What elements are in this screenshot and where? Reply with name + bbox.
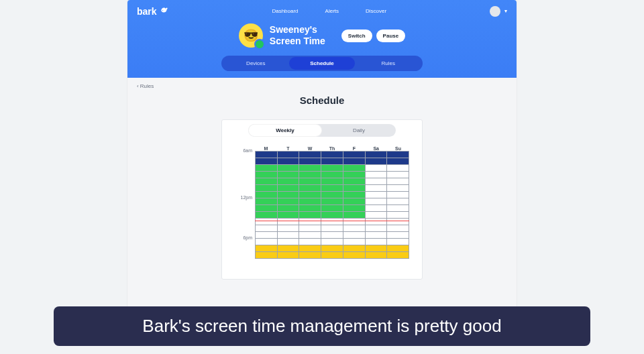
grid-cell[interactable] [278,232,300,239]
grid-cell[interactable] [387,172,409,178]
grid-cell[interactable] [343,219,366,225]
grid-cell[interactable] [343,212,366,219]
grid-cell[interactable] [366,178,388,185]
grid-cell[interactable] [321,252,343,259]
grid-cell[interactable] [278,252,300,259]
grid-cell[interactable] [366,152,388,158]
grid-cell[interactable] [278,245,300,252]
back-link[interactable]: ‹ Rules [137,83,507,89]
grid-cell[interactable] [343,185,366,192]
grid-cell[interactable] [387,158,409,165]
grid-cell[interactable] [387,239,409,245]
grid-cell[interactable] [387,205,409,212]
grid-cell[interactable] [321,185,343,192]
grid-cell[interactable] [387,152,409,158]
tab-schedule[interactable]: Schedule [289,57,356,70]
grid-cell[interactable] [256,219,278,225]
grid-cell[interactable] [256,252,278,259]
tab-rules[interactable]: Rules [355,57,421,70]
grid-cell[interactable] [387,232,409,239]
grid-cell[interactable] [256,178,278,185]
nav-discover[interactable]: Discover [366,8,386,14]
grid-cell[interactable] [278,152,300,158]
grid-cell[interactable] [278,165,300,172]
grid-cell[interactable] [343,252,366,259]
grid-cell[interactable] [387,252,409,259]
grid-cell[interactable] [343,205,366,212]
grid-cell[interactable] [387,225,409,232]
grid-cell[interactable] [299,172,321,178]
grid-cell[interactable] [256,192,278,198]
grid-cell[interactable] [299,152,321,158]
grid-cell[interactable] [366,225,388,232]
grid-cell[interactable] [366,198,388,205]
grid-cell[interactable] [321,205,343,212]
grid-cell[interactable] [343,245,366,252]
grid-cell[interactable] [278,172,300,178]
grid-cell[interactable] [321,192,343,198]
grid-cell[interactable] [321,225,343,232]
grid-cell[interactable] [343,178,366,185]
grid-cell[interactable] [299,165,321,172]
grid-cell[interactable] [321,172,343,178]
grid-cell[interactable] [299,185,321,192]
grid-cell[interactable] [387,165,409,172]
grid-cell[interactable] [278,198,300,205]
grid-cell[interactable] [366,165,388,172]
grid-cell[interactable] [299,239,321,245]
grid-cell[interactable] [366,239,388,245]
grid-cell[interactable] [387,178,409,185]
grid-cell[interactable] [343,232,366,239]
grid-cell[interactable] [366,192,388,198]
toggle-daily[interactable]: Daily [322,124,396,137]
grid-cell[interactable] [256,198,278,205]
grid-cell[interactable] [256,158,278,165]
grid-cell[interactable] [321,152,343,158]
nav-dashboard[interactable]: Dashboard [272,8,298,14]
nav-alerts[interactable]: Alerts [325,8,339,14]
grid-cell[interactable] [366,212,388,219]
grid-cell[interactable] [278,158,300,165]
grid-cell[interactable] [256,239,278,245]
grid-cell[interactable] [366,252,388,259]
grid-cell[interactable] [321,245,343,252]
grid-cell[interactable] [299,192,321,198]
grid-cell[interactable] [366,245,388,252]
grid-cell[interactable] [278,205,300,212]
grid-cell[interactable] [278,185,300,192]
switch-button[interactable]: Switch [341,30,372,42]
grid-cell[interactable] [366,172,388,178]
grid-cell[interactable] [343,158,366,165]
grid-cell[interactable] [387,212,409,219]
grid-cell[interactable] [256,165,278,172]
grid-cell[interactable] [343,165,366,172]
grid-cell[interactable] [343,239,366,245]
tab-devices[interactable]: Devices [223,57,289,70]
grid-cell[interactable] [343,152,366,158]
grid-cell[interactable] [321,158,343,165]
grid-cell[interactable] [343,198,366,205]
grid-cell[interactable] [299,219,321,225]
grid-cell[interactable] [256,225,278,232]
grid-cell[interactable] [278,219,300,225]
grid-cell[interactable] [299,252,321,259]
grid-cell[interactable] [366,158,388,165]
grid-cell[interactable] [343,225,366,232]
grid-cell[interactable] [299,158,321,165]
grid-cell[interactable] [278,225,300,232]
grid-cell[interactable] [299,245,321,252]
grid-cell[interactable] [256,212,278,219]
chevron-down-icon[interactable]: ▾ [504,8,507,14]
grid-cell[interactable] [321,232,343,239]
grid-cell[interactable] [343,172,366,178]
grid-cell[interactable] [366,185,388,192]
grid-cell[interactable] [343,192,366,198]
grid-cell[interactable] [299,205,321,212]
grid-cell[interactable] [299,198,321,205]
grid-cell[interactable] [366,232,388,239]
grid-cell[interactable] [387,185,409,192]
grid-cell[interactable] [256,172,278,178]
grid-cell[interactable] [387,219,409,225]
grid-cell[interactable] [256,185,278,192]
grid-cell[interactable] [366,205,388,212]
